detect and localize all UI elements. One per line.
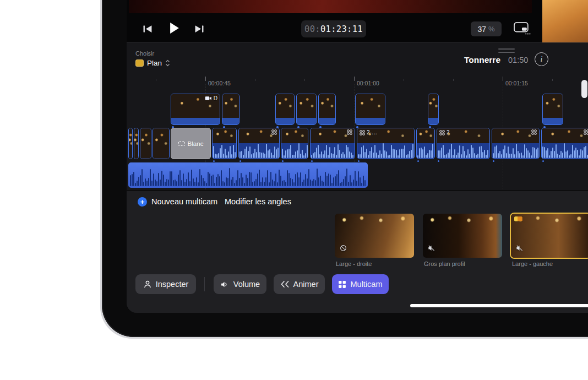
timeline-clip[interactable] <box>134 128 139 159</box>
skip-back-button[interactable] <box>142 24 153 36</box>
audio-waveform <box>417 143 434 159</box>
connected-clip[interactable] <box>542 94 563 125</box>
choose-label: Choisir <box>135 50 154 57</box>
multicam-angle[interactable] <box>335 214 414 258</box>
multicam-grid-icon <box>271 129 277 135</box>
multicam-timeline-clip[interactable] <box>212 128 237 159</box>
clip-audio-bar <box>319 118 335 124</box>
ruler-minor-tick <box>255 79 255 81</box>
animate-icon <box>280 280 290 288</box>
inspect-button-label: Inspecter <box>156 280 189 289</box>
speaker-icon <box>220 280 230 289</box>
multicam-timeline-clip[interactable] <box>492 128 540 159</box>
ruler-tick-label: 00:01:15 <box>505 80 528 86</box>
new-multicam-button[interactable]: Nouveau multicam <box>151 197 217 206</box>
toolbar-divider <box>204 277 205 291</box>
volume-button-label: Volume <box>233 280 260 289</box>
angle-name-label: Large - droite <box>336 260 372 267</box>
clip-audio-bar <box>222 118 239 124</box>
play-button[interactable] <box>168 21 180 37</box>
multicam-grid-icon <box>584 129 588 135</box>
timecode-value: 01:23:11 <box>320 24 363 34</box>
clip-label: 2-… <box>367 129 377 135</box>
ruler-minor-tick <box>404 79 404 81</box>
connected-clip[interactable]: D <box>171 94 220 125</box>
add-icon[interactable]: + <box>138 197 147 207</box>
home-indicator[interactable] <box>410 304 588 307</box>
clip-thumbnail <box>319 94 335 118</box>
zoom-level-control[interactable]: 37 % <box>471 21 502 36</box>
multicam-timeline-clip[interactable] <box>310 128 355 159</box>
clip-audio-bar <box>428 118 438 124</box>
clip-thumbnail <box>153 128 169 159</box>
multicam-angle[interactable] <box>511 214 588 258</box>
clip-selector-label: Plan <box>147 59 162 67</box>
viewer-overlay-icon[interactable] <box>514 22 531 37</box>
multicam-grid-icon <box>338 280 346 289</box>
project-title: Tonnerre <box>464 55 500 65</box>
timeline-clip[interactable] <box>128 128 133 159</box>
connected-clip[interactable] <box>275 94 295 125</box>
ruler-tick <box>503 77 503 81</box>
gap-clip[interactable]: Blanc <box>171 128 211 159</box>
info-icon[interactable]: i <box>535 52 548 66</box>
connected-clip[interactable] <box>355 94 385 125</box>
connection-dot <box>542 160 544 162</box>
viewer-video-frame <box>129 0 532 13</box>
connection-dot <box>213 160 215 162</box>
music-clip[interactable] <box>128 162 368 188</box>
clip-thumbnail <box>222 94 239 118</box>
connected-clip[interactable] <box>222 94 239 125</box>
timecode-display[interactable]: 00:01:23:11 <box>301 20 366 37</box>
connection-dot <box>282 160 284 162</box>
multicam-button[interactable]: Multicam <box>332 274 389 294</box>
clip-badge <box>271 129 277 135</box>
connected-clip[interactable] <box>428 94 439 125</box>
chevron-up-down-icon <box>165 59 170 67</box>
clip-audio-bar <box>356 118 385 124</box>
multicam-grid-icon <box>531 129 537 135</box>
skip-forward-button[interactable] <box>194 24 205 36</box>
clip-badge: D <box>205 95 217 101</box>
animate-button[interactable]: Animer <box>274 274 325 294</box>
multicam-timeline-clip[interactable]: 2-… <box>357 128 415 159</box>
multicam-timeline-clip[interactable] <box>541 128 588 159</box>
audio-waveform <box>130 167 366 186</box>
ruler-tick <box>205 77 206 81</box>
multicam-grid-icon <box>347 129 352 135</box>
clip-thumbnail <box>297 94 316 118</box>
playhead-handle[interactable] <box>581 80 587 98</box>
clip-audio-bar <box>171 118 220 124</box>
connection-dot <box>311 160 313 162</box>
clip-thumbnail <box>281 128 308 143</box>
multicam-timeline-clip[interactable] <box>281 128 308 159</box>
multicam-timeline-clip[interactable]: 2 <box>437 128 490 159</box>
zoom-value: 37 <box>477 25 486 34</box>
clip-thumbnail <box>417 128 434 143</box>
edit-angles-button[interactable]: Modifier les angles <box>225 197 291 206</box>
connected-clip[interactable] <box>296 94 317 125</box>
volume-button[interactable]: Volume <box>214 274 266 294</box>
inspect-button[interactable]: Inspecter <box>135 274 196 294</box>
zoom-unit: % <box>488 25 495 33</box>
browser-panel-thumbnail[interactable] <box>542 0 588 42</box>
multicam-angle[interactable] <box>423 214 502 258</box>
angle-name-label: Large - gauche <box>512 260 553 267</box>
speaker-slash-icon <box>427 244 435 254</box>
clip-type-selector[interactable]: Plan <box>135 59 170 67</box>
audio-waveform <box>357 143 414 159</box>
multicam-timeline-clip[interactable] <box>238 128 280 159</box>
timeline-clip[interactable] <box>153 128 170 159</box>
clip-badge: 2 <box>439 129 450 135</box>
clip-thumbnail <box>356 94 385 118</box>
multicam-timeline-clip[interactable] <box>416 128 435 159</box>
connection-dot <box>417 160 419 162</box>
connection-dot <box>358 160 360 162</box>
timeline-clip[interactable] <box>140 128 151 159</box>
clip-thumbnail <box>140 128 151 159</box>
connected-clip[interactable] <box>318 94 336 125</box>
timeline-drag-handle[interactable] <box>498 48 515 55</box>
device-frame: 00:01:23:11 37 % Choisir Plan Tonnerre 0… <box>102 0 588 337</box>
clip-color-swatch-icon <box>135 59 144 67</box>
connection-dot <box>438 160 439 162</box>
